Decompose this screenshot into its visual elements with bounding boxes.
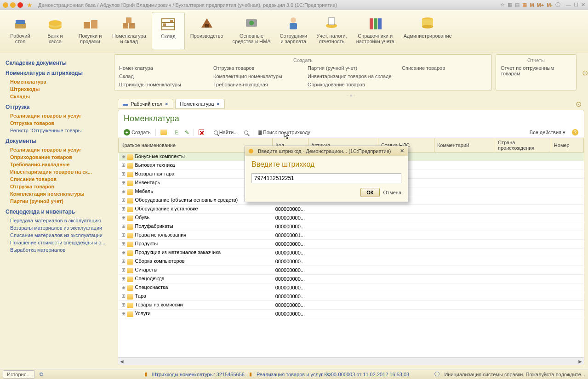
sidebar-item[interactable]: Требования-накладные <box>6 161 108 168</box>
toolbar-refs[interactable]: Справочники инастройки учета <box>353 12 398 50</box>
table-row[interactable]: ⊞ Полуфабрикаты000000000... <box>119 222 584 231</box>
sidebar-item[interactable]: Отгрузка товаров <box>6 119 108 127</box>
calendar-icon[interactable]: ▦ <box>522 2 527 8</box>
expand-icon[interactable]: ⊞ <box>121 284 126 290</box>
delete-button[interactable] <box>197 129 206 136</box>
circle-icon[interactable] <box>10 2 16 8</box>
expand-icon[interactable]: ⊞ <box>121 258 126 264</box>
toolbar-admin[interactable]: Администрирование <box>400 12 456 50</box>
expand-icon[interactable]: ⊞ <box>121 302 126 307</box>
toolbar-warehouse[interactable]: Склад <box>152 12 185 50</box>
mem-mminus[interactable]: M- <box>547 2 553 8</box>
table-row[interactable]: ⊞ Спецодежда000000000... <box>119 275 584 283</box>
expand-icon[interactable]: ⊞ <box>121 206 126 211</box>
create-link[interactable]: Инвентаризация товаров на складе <box>305 72 395 80</box>
sidebar-item[interactable]: Отгрузка товаров <box>6 183 108 190</box>
modal-titlebar[interactable]: Введите штрихкод - Демонстрацион... (1С:… <box>245 146 408 156</box>
info-icon[interactable]: ⓘ <box>555 1 560 8</box>
calc-icon[interactable]: ▤ <box>515 2 519 8</box>
expand-icon[interactable]: ⊞ <box>121 249 126 255</box>
sidebar-item[interactable]: Выработка материалов <box>6 246 108 254</box>
sidebar-item[interactable]: Партии (ручной учет) <box>6 198 108 205</box>
expand-icon[interactable]: ⊞ <box>121 180 126 185</box>
tab-close-icon[interactable]: × <box>165 101 168 107</box>
table-row[interactable]: ⊞ Сигареты000000000... <box>119 266 584 275</box>
column-header[interactable]: Комментарий <box>434 138 495 153</box>
mem-m[interactable]: M <box>530 2 534 8</box>
status-link-2[interactable]: Реализация товаров и услуг КФ00-000003 о… <box>257 372 409 377</box>
sidebar-section-title[interactable]: Документы <box>6 138 108 144</box>
expand-icon[interactable]: ⊞ <box>121 153 126 159</box>
create-link[interactable]: Списание товаров <box>399 64 490 72</box>
sidebar-item[interactable]: Комплектация номенклатуры <box>6 190 108 198</box>
create-link[interactable]: Штрихкоды номенклатуры <box>116 80 207 89</box>
circle-icon[interactable] <box>17 2 23 8</box>
create-link[interactable]: Партия (ручной учет) <box>305 64 395 72</box>
expand-icon[interactable]: ⊞ <box>121 223 126 229</box>
expand-icon[interactable]: ⊞ <box>121 188 126 194</box>
toolbar-tax[interactable]: Учет, налоги,отчетность <box>313 12 350 50</box>
sidebar-item[interactable]: Передача материалов в эксплуатацию <box>6 217 108 224</box>
barcode-input[interactable] <box>251 173 401 183</box>
tool-icon[interactable]: ☆ <box>500 2 505 8</box>
table-row[interactable]: ⊞ Спецоснастка000000000... <box>119 283 584 292</box>
ok-button[interactable]: ОК <box>360 188 379 197</box>
table-row[interactable]: ⊞ Оборудование к установке000000000... <box>119 205 584 214</box>
edit-button[interactable]: ✎ <box>183 129 191 136</box>
help-button[interactable]: ? <box>570 128 580 136</box>
sidebar-item[interactable]: Номенклатура <box>6 78 108 85</box>
tool-icon[interactable]: ▦ <box>508 2 512 8</box>
sidebar-item[interactable]: Штрихкоды <box>6 85 108 93</box>
toolbar-nomen[interactable]: Номенклатураи склад <box>108 12 150 50</box>
new-folder-button[interactable] <box>159 129 171 136</box>
tab[interactable]: ▬Рабочий стол× <box>118 99 173 109</box>
expand-icon[interactable]: ⊞ <box>121 293 126 299</box>
sidebar-item[interactable]: Склады <box>6 93 108 100</box>
expand-icon[interactable]: ⊞ <box>121 215 126 220</box>
create-link[interactable]: Комплектация номенклатуры <box>211 72 301 80</box>
table-row[interactable]: ⊞ Продукция из материалов заказчика00000… <box>119 249 584 257</box>
expand-icon[interactable]: ⊞ <box>121 276 126 281</box>
splitter[interactable]: ◦ ● ◦ <box>114 93 588 98</box>
expand-icon[interactable]: ⊞ <box>121 267 126 272</box>
maximize-icon[interactable]: ☐ <box>574 2 578 8</box>
modal-close-icon[interactable]: ✕ <box>400 148 404 154</box>
scroll-left[interactable]: ◄ <box>118 358 126 365</box>
star-icon[interactable]: ★ <box>27 1 33 9</box>
expand-icon[interactable]: ⊞ <box>121 311 126 316</box>
create-button[interactable]: +Создать <box>122 128 153 136</box>
table-row[interactable]: ⊞ Товары на комиссии000000000... <box>119 301 584 310</box>
create-link[interactable]: Требование-накладная <box>211 80 301 89</box>
barcode-search-button[interactable]: ||||Поиск по штрихкоду <box>256 129 312 136</box>
toolbar-prod[interactable]: Производство <box>187 12 227 50</box>
sidebar-item[interactable]: Регистр "Отгруженные товары" <box>6 127 108 134</box>
sidebar-section-title[interactable]: Номенклатура и штрихкоды <box>6 70 108 76</box>
table-row[interactable]: ⊞ Услуги000000000... <box>119 310 584 318</box>
sidebar-section-title[interactable]: Спецодежда и инвентарь <box>6 209 108 215</box>
sidebar-item[interactable]: Списание материалов из эксплуатации <box>6 232 108 239</box>
cancel-button[interactable]: Отмена <box>383 190 401 195</box>
sidebar-item[interactable]: Оприходование товаров <box>6 153 108 161</box>
table-row[interactable]: ⊞ Обувь000000000... <box>119 214 584 222</box>
create-link[interactable]: Отгрузка товаров <box>211 64 301 72</box>
column-header[interactable]: Страна происхождения <box>495 138 551 153</box>
toolbar-desktop[interactable]: Рабочийстол <box>4 12 37 50</box>
table-row[interactable]: ⊞ Продукты000000000... <box>119 240 584 249</box>
toolbar-bank[interactable]: Банк икасса <box>39 12 72 50</box>
minimize-icon[interactable]: — <box>566 2 571 8</box>
sidebar-item[interactable]: Инвентаризация товаров на ск... <box>6 168 108 175</box>
close-icon[interactable]: ✕ <box>581 2 585 8</box>
dropdown-button[interactable]: ⊙ <box>576 100 582 108</box>
sidebar-item[interactable]: Списание товаров <box>6 175 108 183</box>
tab-close-icon[interactable]: × <box>217 101 219 107</box>
create-link[interactable]: Номенклатура <box>116 64 207 72</box>
toolbar-sales[interactable]: Покупки ипродажи <box>74 12 107 50</box>
create-link[interactable]: Склад <box>116 72 207 80</box>
table-row[interactable]: ⊞ Сборка компьютеров000000000... <box>119 257 584 266</box>
history-button[interactable]: История... <box>3 370 35 379</box>
table-row[interactable]: ⊞ Тара000000000... <box>119 292 584 301</box>
create-link[interactable]: Оприходование товаров <box>305 80 395 89</box>
status-link-1[interactable]: Штрихкоды номенклатуры: 3215465656 <box>152 372 245 377</box>
all-actions-button[interactable]: Все действия ▾ <box>528 129 567 136</box>
expand-icon[interactable]: ⊞ <box>121 232 126 238</box>
